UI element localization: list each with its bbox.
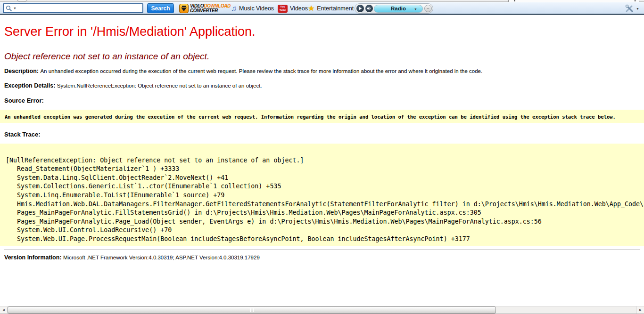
toolbar-link-label: Entertainment — [317, 5, 354, 12]
stack-trace-text: [NullReferenceException: Object referenc… — [0, 144, 644, 246]
version-information-line: Version Information: Microsoft .NET Fram… — [4, 254, 640, 261]
search-scope-caret-icon[interactable]: ▼ — [13, 7, 17, 10]
divider — [4, 250, 640, 250]
speaker-icon — [367, 6, 372, 11]
scrollbar-thumb[interactable] — [8, 306, 496, 314]
star-icon: ★ — [308, 5, 314, 12]
chevron-down-icon: ▼ — [414, 8, 417, 11]
window-top-strip — [0, 0, 644, 2]
source-error-heading: Source Error: — [4, 97, 640, 104]
logo-word-converter: CONVERTER — [190, 8, 231, 13]
toolbar-link-music-videos[interactable]: ♫ Music Videos — [231, 4, 274, 13]
volume-button[interactable] — [365, 4, 373, 13]
error-page: Server Error in '/Hmis/Mediation' Applic… — [0, 16, 644, 261]
divider — [4, 44, 640, 44]
exception-details-line: Exception Details: System.NullReferenceE… — [4, 82, 640, 89]
exception-details-label: Exception Details: — [4, 82, 57, 89]
horizontal-scrollbar[interactable]: ◄ ► — [0, 306, 644, 314]
description-label: Description: — [4, 68, 40, 74]
stack-trace-box: [NullReferenceException: Object referenc… — [0, 144, 644, 246]
tools-icon — [625, 4, 634, 13]
stack-trace-heading: Stack Trace: — [4, 131, 640, 138]
chevron-down-icon: ▼ — [636, 7, 639, 10]
exception-details-text: System.NullReferenceException: Object re… — [57, 83, 262, 89]
play-button[interactable] — [356, 4, 364, 13]
search-icon — [6, 5, 12, 12]
error-subtitle: Object reference not set to an instance … — [4, 51, 640, 62]
scroll-left-button[interactable]: ◄ — [0, 306, 8, 314]
logo-text: VIDEODOWNLOAD CONVERTER — [190, 4, 231, 13]
toolbar-link-label: Music Videos — [239, 5, 274, 12]
source-error-text: An unhandled exception was generated dur… — [5, 114, 616, 120]
search-button[interactable]: Search — [147, 3, 174, 13]
source-error-box: An unhandled exception was generated dur… — [0, 110, 644, 123]
page-title: Server Error in '/Hmis/Mediation' Applic… — [4, 24, 640, 39]
play-icon — [358, 7, 362, 10]
toolbar-link-entertainment[interactable]: ★ Entertainment — [308, 4, 354, 13]
text-fragment — [514, 0, 515, 1]
download-arrow-icon — [179, 4, 189, 13]
description-line: Description: An unhandled exception occu… — [4, 68, 640, 74]
music-note-icon: ♫ — [231, 5, 237, 12]
description-text: An unhandled exception occurred during t… — [40, 68, 482, 74]
search-box[interactable]: ▼ — [3, 3, 143, 13]
version-information-label: Version Information: — [4, 254, 63, 261]
thumb-grip-icon — [250, 308, 254, 312]
text-fragment — [635, 0, 636, 1]
toolbar-link-label: Videos — [290, 5, 308, 12]
version-information-text: Microsoft .NET Framework Version:4.0.303… — [63, 255, 260, 260]
youtube-icon: YouTube — [278, 5, 288, 13]
search-input[interactable] — [18, 5, 140, 12]
radio-player: Radio ▼ − — [355, 3, 433, 14]
collapse-player-button[interactable]: − — [424, 5, 432, 12]
radio-station-dropdown[interactable]: Radio ▼ — [374, 5, 423, 13]
scroll-right-button[interactable]: ► — [636, 306, 644, 314]
menu-bar-fragment — [508, 0, 639, 2]
tab-edge-fragment — [17, 0, 27, 2]
browser-toolbar: ▼ Search VIDEODOWNLOAD CONVERTER ♫ Music… — [0, 2, 644, 15]
radio-station-label: Radio — [391, 6, 406, 11]
browser-window: ▼ Search VIDEODOWNLOAD CONVERTER ♫ Music… — [0, 0, 644, 314]
video-download-converter-logo[interactable]: VIDEODOWNLOAD CONVERTER — [179, 3, 231, 14]
toolbar-settings-menu[interactable]: ▼ — [625, 4, 641, 13]
toolbar-link-videos[interactable]: YouTube Videos — [278, 4, 308, 13]
